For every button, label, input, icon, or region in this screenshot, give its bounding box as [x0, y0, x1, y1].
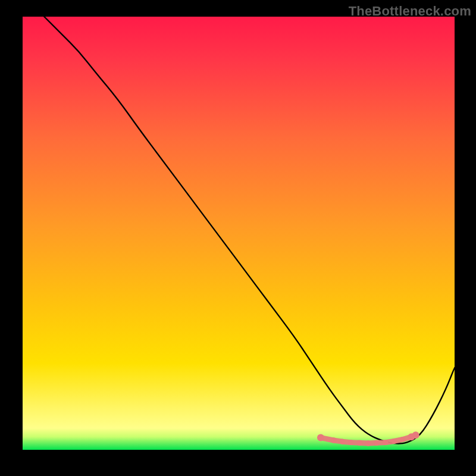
optimal-marker-dot: [357, 440, 362, 446]
optimal-marker-dot: [392, 439, 397, 444]
optimal-marker-dot: [340, 439, 345, 444]
optimal-marker-dot: [374, 440, 380, 446]
optimal-marker-dot: [383, 440, 388, 445]
bottleneck-chart: [23, 17, 455, 450]
optimal-marker-dot: [348, 440, 353, 445]
chart-background: [23, 17, 455, 450]
optimal-marker-dot: [412, 431, 419, 439]
chart-viewport: [23, 17, 455, 450]
watermark-text: TheBottleneck.com: [349, 4, 471, 19]
optimal-marker-dot: [365, 441, 371, 446]
optimal-marker-dot: [331, 437, 336, 443]
optimal-marker-dot: [400, 437, 405, 442]
optimal-marker-dot: [317, 434, 324, 441]
